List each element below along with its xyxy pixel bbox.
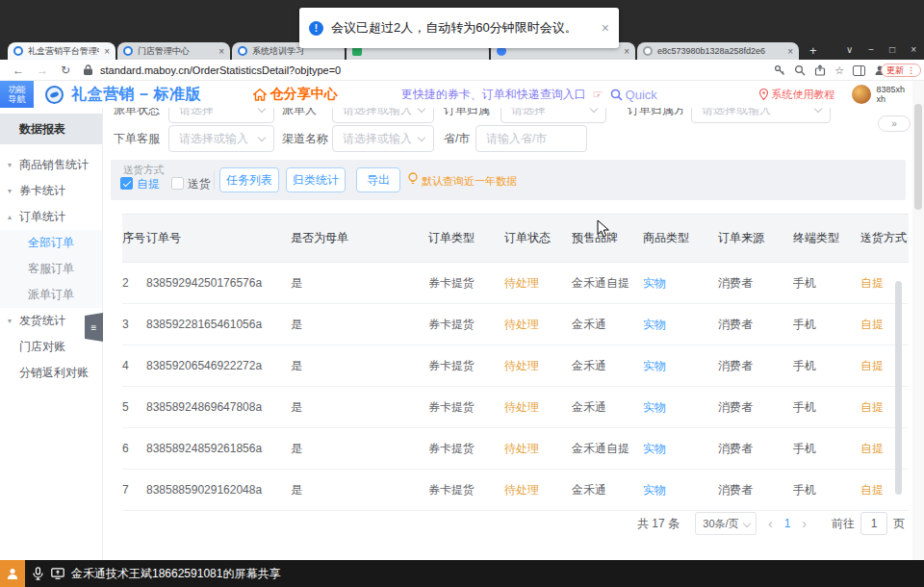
channel-name-select[interactable]: 请选择或输入 [332,125,434,152]
filter-label-province-city: 省/市 [444,125,470,152]
cell-index: 4 [122,345,146,387]
cell-order-status: 待处理 [504,304,572,345]
sidebar-item-coupon-stats[interactable]: ▾ 券卡统计 [0,178,102,204]
cell-index: 6 [122,428,146,470]
table-row[interactable]: 4 83859206546922272a 是 券卡提货 待处理 金禾通 实物 消… [122,345,909,387]
reload-icon[interactable]: ↻ [61,60,70,81]
browser-tab-admin-center[interactable]: 礼盒营销平台管理中心 × [8,42,116,60]
chevron-down-icon [258,134,266,141]
tutorial-link[interactable]: 系统使用教程 [759,88,834,102]
key-icon[interactable] [774,64,785,76]
bookmark-star-icon[interactable]: ☆ [834,64,844,77]
province-city-input[interactable] [475,125,587,152]
cell-order-type: 券卡提货 [428,304,504,345]
table-row[interactable]: 7 83858859029162048a 是 券卡提货 待处理 金禾通 实物 消… [122,470,909,511]
sidebar-item-all-orders[interactable]: 全部订单 [0,230,102,256]
microphone-icon[interactable] [33,567,43,580]
sidebar-item-rebate-reconcile[interactable]: 分销返利对账 [0,360,102,386]
task-list-button[interactable]: 任务列表 [219,167,279,192]
function-nav-button[interactable]: 功能 导航 [0,81,34,108]
filter-label-channel-name: 渠道名称 [282,125,328,152]
sidebar-item-product-sales[interactable]: ▾ 商品销售统计 [0,152,102,178]
sidebar-item-label: 券卡统计 [19,183,65,199]
site-logo-icon [13,46,23,56]
window-controls: ∨ − □ × [846,42,916,58]
cell-product-type[interactable]: 实物 [643,304,718,345]
tab-title: e8c573980b1328a258fd2e6 [657,46,783,56]
browser-tab-store-center[interactable]: 门店管理中心 × [117,42,230,60]
pickup-checkbox-label[interactable]: 自提 [137,176,160,192]
app-header: 功能 导航 礼盒营销 – 标准版 仓分享中心 更快捷的券卡、订单和快递查询入口 … [0,81,912,108]
delivery-checkbox[interactable] [171,177,184,190]
cell-product-type[interactable]: 实物 [643,470,718,511]
tab-title: 礼盒营销平台管理中心 [28,45,99,58]
chevron-down-icon [743,520,751,527]
cell-product-type[interactable]: 实物 [643,345,718,387]
sidebar-item-label: 派单订单 [28,287,74,303]
tab-close-icon[interactable]: × [624,46,629,57]
forward-icon[interactable]: → [37,60,48,81]
cell-product-type[interactable]: 实物 [643,263,718,304]
goto-page-input[interactable] [860,512,887,535]
service-agent-select[interactable]: 请选择或输入 [168,125,274,152]
cell-product-type[interactable]: 实物 [643,428,718,470]
minimize-button[interactable]: − [868,42,874,58]
table-row[interactable]: 2 83859294250176576a 是 券卡提货 待处理 金禾通自提 实物… [122,263,909,304]
page-scrollbar-thumb[interactable] [914,104,922,210]
user-avatar[interactable] [852,85,871,104]
col-order-status: 订单状态 [504,215,572,263]
col-order-source: 订单来源 [718,215,793,263]
tab-close-icon[interactable]: × [787,46,793,57]
screen-share-icon[interactable] [51,568,64,579]
delivery-checkbox-label[interactable]: 送货 [188,176,211,192]
page-size-select[interactable]: 30条/页 [695,512,757,535]
select-placeholder: 请选择或输入 [343,131,412,147]
browser-tab-hash[interactable]: e8c573980b1328a258fd2e6 × [637,42,799,60]
tab-close-icon[interactable]: × [104,46,110,57]
expand-filters-button[interactable]: » [878,115,911,132]
zoom-icon[interactable] [794,64,806,76]
cell-product-type[interactable]: 实物 [643,387,718,428]
chrome-update-button[interactable]: 更新 ⋮ [881,64,921,77]
sidebar-item-order-stats[interactable]: ▴ 订单统计 [0,204,102,230]
cell-terminal-type: 手机 [793,387,860,428]
share-center-link[interactable]: 仓分享中心 [253,86,338,103]
quick-label[interactable]: Quick [626,88,657,102]
maximize-button[interactable]: □ [889,42,895,58]
bulb-icon [408,172,418,190]
tab-close-icon[interactable]: × [218,46,224,57]
quick-entry-link[interactable]: 更快捷的券卡、订单和快递查询入口 [401,87,586,103]
cell-order-no: 83858924869647808a [146,387,291,428]
table-scrollbar-thumb[interactable] [895,281,902,495]
url-text[interactable]: standard.maboy.cn/OrderStatisticsDetail?… [100,64,341,76]
table-row[interactable]: 6 83858924859261856a 是 券卡提货 待处理 金禾通自提 实物… [122,428,909,470]
cell-presale-brand: 金禾通 [572,304,643,345]
sidebar-item-label: 订单统计 [19,209,65,225]
share-icon[interactable] [814,64,826,76]
side-panel-icon[interactable] [853,65,865,76]
export-button[interactable]: 导出 [356,167,400,192]
sidebar-item-dispatch-orders[interactable]: 派单订单 [0,282,102,308]
back-icon[interactable]: ← [13,60,24,81]
cell-order-type: 券卡提货 [428,428,504,470]
screen-share-text: 金禾通技术王斌18662591081的屏幕共享 [71,566,280,582]
next-page-button[interactable]: › [802,516,807,531]
toast-close-icon[interactable]: × [602,20,609,36]
window-close-button[interactable]: × [911,42,916,58]
tab-search-chevron-icon[interactable]: ∨ [846,42,853,58]
sidebar-collapse-handle[interactable]: ≡ [85,313,103,342]
prev-page-button[interactable]: ‹ [768,516,773,531]
quick-search-icon[interactable] [610,89,623,101]
new-tab-button[interactable]: + [809,42,817,60]
sidebar-item-service-orders[interactable]: 客服订单 [0,256,102,282]
current-page[interactable]: 1 [784,517,791,530]
page-scrollbar[interactable] [912,81,924,560]
table-row[interactable]: 5 83858924869647808a 是 券卡提货 待处理 金禾通 实物 消… [122,387,909,428]
pickup-checkbox[interactable] [120,177,133,190]
double-chevron-icon: » [891,118,897,129]
cell-order-status: 待处理 [504,428,572,470]
cell-is-parent: 是 [291,304,428,345]
nav-line2: 导航 [9,94,26,104]
group-stats-button[interactable]: 归类统计 [286,167,346,192]
table-row[interactable]: 3 83859228165461056a 是 券卡提货 待处理 金禾通 实物 消… [122,304,909,345]
